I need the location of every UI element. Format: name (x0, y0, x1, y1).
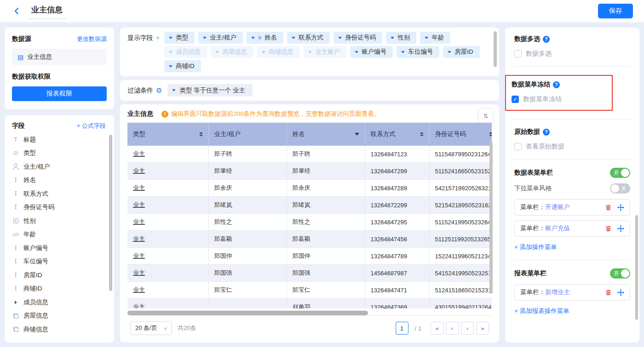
display-fields-scrollbar[interactable] (494, 31, 497, 67)
page-size-select[interactable]: 20 条/页 ∨ (130, 321, 172, 335)
tag-label: 类型 (176, 34, 188, 42)
table-horizontal-scrollbar[interactable] (127, 311, 368, 315)
field-item[interactable]: I商铺ID (12, 282, 109, 296)
sort-order-button[interactable]: ⇅ (479, 109, 493, 123)
row-type-link[interactable]: 业主 (133, 184, 145, 191)
add-display-field-button[interactable]: + (156, 34, 160, 41)
sort-both-icon[interactable] (199, 132, 203, 137)
add-table-menu-link[interactable]: + 添加操作菜单 (514, 243, 557, 251)
add-formula-field-link[interactable]: + 公式字段 (77, 122, 106, 130)
tag-label: 房屋ID (454, 48, 473, 56)
change-datasource-link[interactable]: 更改数据源 (77, 35, 107, 43)
help-icon[interactable]: ? (543, 36, 550, 43)
relation-icon (12, 313, 19, 319)
display-field-tag[interactable]: 商铺ID (164, 60, 201, 72)
menu-item-name[interactable]: 开通账户 (545, 203, 570, 211)
prev-page-button[interactable]: ‹ (446, 322, 459, 335)
delete-menu-button[interactable] (605, 289, 612, 296)
next-page-button[interactable]: › (461, 322, 474, 335)
field-item[interactable]: T标题 (12, 133, 109, 147)
gear-icon[interactable]: ⚙ (156, 86, 162, 95)
field-item[interactable]: I身份证号码 (12, 201, 109, 215)
field-item[interactable]: I姓名 (12, 174, 109, 188)
column-header[interactable]: 类型 (127, 123, 208, 146)
display-field-tag[interactable]: 车位编号 (397, 46, 439, 58)
dropdown-style-toggle[interactable]: 关 (610, 183, 630, 193)
current-page-input[interactable]: 1 (396, 322, 408, 335)
field-item[interactable]: 房屋信息 (12, 309, 109, 323)
field-item[interactable]: I房屋ID (12, 268, 109, 282)
field-label: 业主/租户 (23, 163, 50, 171)
column-header[interactable]: 身份证号码 (429, 123, 492, 146)
display-field-tag[interactable]: 业主/租户 (198, 32, 243, 44)
field-item[interactable]: I车位编号 (12, 255, 109, 269)
move-menu-handle[interactable] (617, 225, 624, 232)
field-item[interactable]: ▼性别 (12, 214, 109, 228)
move-menu-handle[interactable] (617, 204, 624, 211)
add-report-menu-link[interactable]: + 添加报表操作菜单 (514, 307, 569, 315)
raw-data-checkbox[interactable] (514, 143, 522, 150)
field-item[interactable]: 商铺信息 (12, 323, 109, 336)
save-button[interactable]: 保存 (598, 4, 633, 18)
column-header[interactable]: 联系方式 (365, 123, 429, 146)
display-field-tag[interactable]: 联系方式 (287, 32, 330, 44)
column-header[interactable]: 业主/租户 (208, 123, 287, 146)
report-menu-toggle[interactable]: 开 (610, 268, 630, 279)
delete-menu-button[interactable] (605, 225, 612, 232)
menu-freeze-checkbox[interactable]: ✓ (512, 96, 519, 103)
row-type-link[interactable]: 业主 (133, 252, 145, 259)
first-page-button[interactable]: « (431, 322, 443, 335)
field-item[interactable]: 成员信息 (12, 296, 109, 309)
display-field-tag[interactable]: 身份证号码 (334, 32, 383, 44)
tag-label: 账户编号 (362, 48, 386, 56)
display-field-tag[interactable]: 成员信息 (164, 46, 207, 58)
trash-icon (605, 225, 612, 232)
sort-both-icon[interactable] (420, 132, 424, 137)
datasource-item[interactable]: ▤ 业主信息 (12, 49, 107, 65)
help-icon[interactable]: ? (553, 81, 560, 88)
fields-scrollbar[interactable] (109, 135, 112, 291)
display-field-tag[interactable]: 房屋信息 (211, 46, 253, 58)
report-permission-button[interactable]: 报表权限 (12, 86, 107, 101)
back-button[interactable] (11, 6, 22, 17)
display-field-tag[interactable]: 性别 (386, 32, 416, 44)
field-item[interactable]: I账户编号 (12, 241, 109, 255)
delete-menu-button[interactable] (605, 204, 612, 211)
row-type-link[interactable]: 业主 (133, 218, 145, 225)
field-item[interactable]: ⊙类型 (12, 147, 109, 160)
row-type-link[interactable]: 业主 (133, 235, 145, 242)
table-vertical-scrollbar[interactable] (489, 142, 493, 294)
table-cell: 郑肇经 (287, 163, 365, 180)
field-item[interactable]: 123年龄 (12, 228, 109, 242)
row-type-link[interactable]: 业主 (133, 201, 145, 208)
sort-both-icon[interactable] (489, 132, 492, 137)
move-menu-handle[interactable] (617, 289, 624, 296)
display-field-tag[interactable]: 类型 (164, 32, 195, 44)
help-icon[interactable]: ? (543, 129, 550, 136)
field-item[interactable]: 业主/租户 (12, 160, 109, 174)
row-type-link[interactable]: 业主 (133, 303, 145, 308)
title-icon: T (12, 137, 19, 143)
column-header[interactable]: 姓名 (287, 123, 365, 146)
chevron-down-icon (169, 65, 172, 68)
display-field-tag[interactable]: 房屋ID (443, 46, 480, 58)
display-field-tag[interactable]: 业主账户 (304, 46, 346, 58)
display-field-tag[interactable]: ≡姓名 (247, 32, 283, 44)
field-item[interactable]: I联系方式 (12, 187, 109, 201)
display-field-tag[interactable]: 年龄 (420, 32, 450, 44)
row-type-link[interactable]: 业主 (133, 286, 145, 293)
filter-condition-tag[interactable]: 类型 等于任意一个 业主 (167, 84, 253, 97)
menu-item-name[interactable]: 新增业主 (545, 288, 570, 296)
display-field-tag[interactable]: 账户编号 (350, 46, 393, 58)
table-menu-toggle[interactable]: 开 (610, 168, 630, 178)
last-page-button[interactable]: » (476, 322, 489, 335)
multi-select-checkbox[interactable] (514, 50, 522, 57)
row-type-link[interactable]: 业主 (133, 150, 145, 157)
row-type-link[interactable]: 业主 (133, 269, 145, 276)
sort-desc-icon[interactable] (355, 133, 359, 136)
display-field-tag[interactable]: 商铺信息 (257, 46, 300, 58)
settings-scrollbar[interactable] (635, 215, 638, 320)
menu-item-name[interactable]: 账户充值 (545, 224, 570, 233)
row-type-link[interactable]: 业主 (133, 167, 145, 174)
trash-icon (605, 289, 612, 296)
